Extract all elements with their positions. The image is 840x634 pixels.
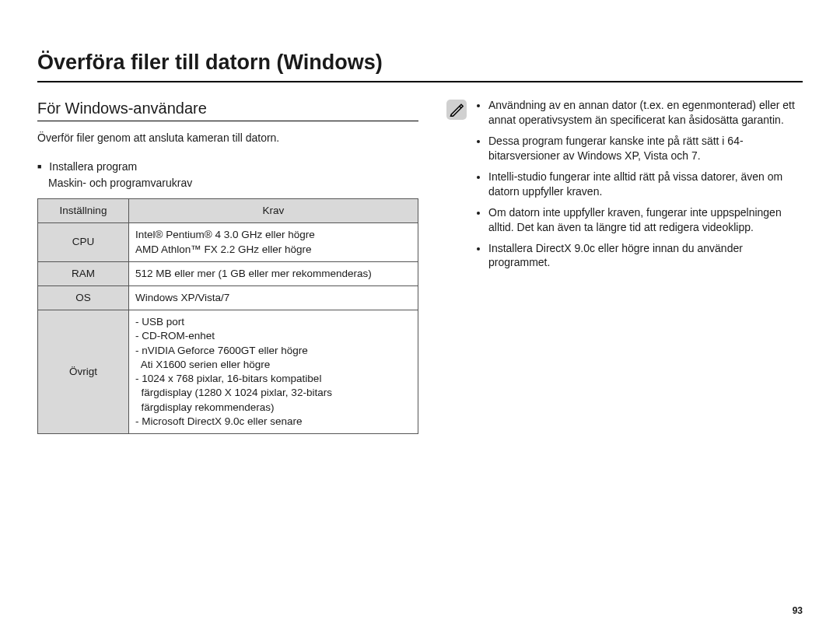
page-title: Överföra filer till datorn (Windows) (37, 48, 803, 76)
other-value: - USB port- CD-ROM-enhet- nVIDIA Geforce… (129, 310, 418, 434)
cpu-line2: AMD Athlon™ FX 2.2 GHz eller högre (135, 243, 411, 257)
list-item: Ati X1600 serien eller högre (135, 358, 411, 372)
left-column: För Windows-användare Överför filer geno… (37, 98, 418, 434)
note-box: Användning av en annan dator (t.ex. en e… (446, 98, 803, 276)
table-head-setting: Inställning (38, 199, 129, 223)
cpu-line1: Intel® Pentium® 4 3.0 GHz eller högre (135, 228, 411, 242)
table-row: CPU Intel® Pentium® 4 3.0 GHz eller högr… (38, 223, 418, 261)
intro-text: Överför filer genom att ansluta kameran … (37, 131, 418, 145)
install-heading: Installera program (37, 159, 418, 174)
cpu-value: Intel® Pentium® 4 3.0 GHz eller högre AM… (129, 223, 418, 261)
ram-label: RAM (38, 261, 129, 285)
list-item: - USB port (135, 315, 411, 329)
subheading: För Windows-användare (37, 98, 418, 119)
other-label: Övrigt (38, 310, 129, 434)
note-item: Dessa program fungerar kanske inte på rä… (488, 134, 803, 163)
list-item: - CD-ROM-enhet (135, 329, 411, 343)
note-item: Intelli-studio fungerar inte alltid rätt… (488, 170, 803, 199)
subheading-rule (37, 121, 418, 121)
note-item: Installera DirectX 9.0c eller högre inna… (488, 241, 803, 271)
list-item: färgdisplay (1280 X 1024 pixlar, 32-bita… (135, 386, 411, 400)
list-item: - 1024 x 768 pixlar, 16-bitars kompatibe… (135, 372, 411, 386)
note-icon (446, 100, 467, 120)
note-item: Användning av en annan dator (t.ex. en e… (488, 98, 803, 128)
note-list: Användning av en annan dator (t.ex. en e… (476, 98, 803, 276)
list-item: - Microsoft DirectX 9.0c eller senare (135, 415, 411, 429)
table-head-req: Krav (129, 199, 418, 223)
table-row: OS Windows XP/Vista/7 (38, 285, 418, 310)
cpu-label: CPU (38, 223, 129, 261)
install-subline: Maskin- och programvarukrav (48, 176, 418, 191)
note-item: Om datorn inte uppfyller kraven, fungera… (488, 205, 803, 235)
list-item: - nVIDIA Geforce 7600GT eller högre (135, 344, 411, 358)
title-rule (37, 81, 803, 82)
right-column: Användning av en annan dator (t.ex. en e… (446, 98, 803, 276)
os-label: OS (38, 285, 129, 310)
list-item: färgdisplay rekommenderas) (135, 401, 411, 415)
requirements-table: Inställning Krav CPU Intel® Pentium® 4 3… (37, 198, 418, 434)
install-heading-label: Installera program (49, 160, 137, 173)
page-number: 93 (793, 604, 803, 617)
ram-value: 512 MB eller mer (1 GB eller mer rekomme… (129, 261, 418, 285)
table-row: RAM 512 MB eller mer (1 GB eller mer rek… (38, 261, 418, 285)
table-row: Övrigt - USB port- CD-ROM-enhet- nVIDIA … (38, 310, 418, 434)
os-value: Windows XP/Vista/7 (129, 285, 418, 310)
